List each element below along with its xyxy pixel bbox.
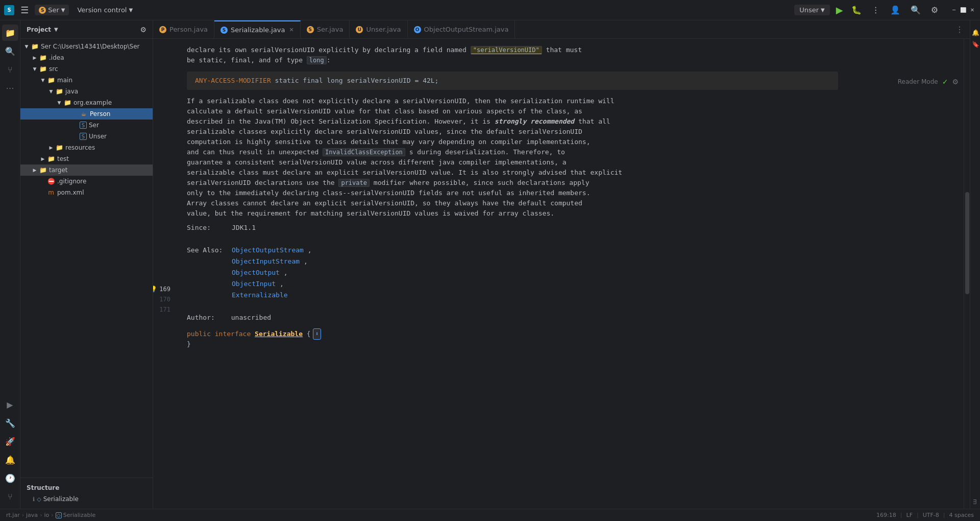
hamburger-icon[interactable]: ☰ [18,3,31,17]
pom-arrow [39,188,47,197]
see-also-links: ObjectOutputStream , ObjectInputStream ,… [232,245,312,300]
sidebar-icon-search[interactable]: 🔍 [2,43,18,59]
bc-rtjar[interactable]: rt.jar [6,512,20,518]
structure-header[interactable]: Structure [20,482,153,493]
restore-button[interactable]: ⬜ [960,7,967,14]
bookmarks-icon[interactable]: 🔖 [972,40,979,48]
tree-src[interactable]: ▼ 📁 src [20,63,153,75]
status-encoding[interactable]: UTF-8 [923,512,939,518]
tree-main[interactable]: ▼ 📁 main [20,75,153,86]
structure-section: Structure ℹ ◇ Serializable [20,478,153,509]
structure-serializable[interactable]: ℹ ◇ Serializable [20,493,153,505]
tree-java[interactable]: ▼ 📁 java [20,86,153,97]
tree-resources[interactable]: ▶ 📁 resources [20,142,153,153]
long-inline: long [307,56,327,64]
target-folder-icon: 📁 [39,166,47,174]
tree-target[interactable]: ▶ 📁 target [20,164,153,176]
org-arrow: ▼ [55,99,63,107]
sidebar-icon-tools[interactable]: 🔧 [2,415,18,431]
objectoutput-link[interactable]: ObjectOutput [232,269,280,276]
serializable-tab-close[interactable]: ✕ [289,27,293,33]
space2 [251,329,255,339]
sidebar-icon-folder[interactable]: 📁 [2,25,18,41]
tree-test[interactable]: ▶ 📁 test [20,153,153,164]
bc-serializable[interactable]: ◇ Serializable [56,512,96,518]
idea-arrow: ▶ [31,54,39,62]
invalidclassexception-inline: InvalidClassException [323,148,405,156]
debug-icon[interactable]: 🐛 [849,3,864,17]
src-label: src [49,65,58,73]
close-button[interactable]: ✕ [969,7,976,14]
minimize-button[interactable]: ─ [950,7,958,14]
sidebar-icon-branches[interactable]: ⑂ [2,488,18,505]
space3 [303,329,307,339]
code-editor[interactable]: declare its own serialVersionUID explici… [179,39,964,509]
sidebar-icon-run[interactable]: ▶ [2,396,18,413]
see-also-link1: ObjectOutputStream , [232,245,312,255]
profile-icon[interactable]: 👤 [888,3,902,17]
scrollbar-thumb[interactable] [965,192,969,294]
project-badge[interactable]: S Ser ▼ [35,5,69,15]
sidebar-icon-deploy[interactable]: 🚀 [2,433,18,449]
externalizable-link[interactable]: Externalizable [232,291,288,299]
line-ending-value: LF [906,512,913,518]
outputstream-tab-label: ObjectOutputStream.java [424,26,509,33]
tree-idea[interactable]: ▶ 📁 .idea [20,52,153,63]
objectinput-link[interactable]: ObjectInput [232,280,276,288]
run-button[interactable]: ▶ [836,5,843,15]
settings-icon[interactable]: ⚙ [929,3,940,17]
more-vert-icon[interactable]: ⋮ [870,3,882,17]
tab-unser[interactable]: U Unser.java [350,20,407,39]
target-arrow: ▶ [31,166,39,174]
sidebar-icon-history[interactable]: 🕐 [2,470,18,486]
resources-label: resources [65,144,95,151]
tree-root[interactable]: ▼ 📁 Ser C:\Users\14341\Desktop\Ser [20,41,153,52]
bc-serializable-icon: ◇ [56,512,62,518]
editor-area: P Person.java S Serializable.java ✕ S Se… [153,20,970,509]
panel-more-icon[interactable]: ⚙ [140,26,146,34]
tabs-overflow[interactable]: ⋮ [949,25,970,34]
unser-java-icon: S [80,133,87,140]
sidebar-icon-notifications[interactable]: 🔔 [2,452,18,468]
status-indent[interactable]: 4 spaces [949,512,974,518]
gutter-line-171: 171 [157,304,175,315]
author-label: Author: [187,313,215,323]
objectoutputstream-link[interactable]: ObjectOutputStream [232,246,304,254]
reader-mode-settings-icon[interactable]: ⚙ [952,78,959,86]
notifications-icon[interactable]: 🔔 [972,25,979,36]
tab-outputstream[interactable]: O ObjectOutputStream.java [408,20,516,39]
tree-gitignore[interactable]: ⛔ .gitignore [20,176,153,187]
tree-person[interactable]: ☕ Person [20,108,153,120]
tab-serializable[interactable]: S Serializable.java ✕ [214,20,301,39]
status-line-ending[interactable]: LF [906,512,913,518]
sidebar-icon-git[interactable]: ⑂ [2,61,18,78]
scrollbar-track[interactable] [964,39,970,509]
test-arrow: ▶ [39,155,47,163]
status-position[interactable]: 169:18 [876,512,896,518]
bc-sep2: › [40,512,42,518]
tree-ser[interactable]: S Ser [20,120,153,131]
org-folder-icon: 📁 [63,99,71,107]
space1 [211,329,215,339]
person-tab-icon: P [159,26,166,33]
objectinputstream-link[interactable]: ObjectInputStream [232,257,300,265]
serializable-info-icon: ℹ [33,496,35,503]
search-icon[interactable]: 🔍 [909,3,923,17]
run-config-badge[interactable]: Unser ▼ [794,5,830,15]
tab-ser[interactable]: S Ser.java [301,20,350,39]
tree-pom[interactable]: m pom.xml [20,187,153,198]
status-sep2: | [917,512,919,518]
sidebar-icon-more[interactable]: ⋯ [2,80,18,96]
tab-person[interactable]: P Person.java [153,20,214,39]
see-also-link2: ObjectInputStream , [232,256,312,267]
structure-label: Structure [27,484,59,491]
doc-text-1b: that must [542,46,582,54]
bc-java[interactable]: java [26,512,38,518]
serializable-interface-icon: ◇ [37,496,41,503]
editor-wrapper: Reader Mode ✓ ⚙ 💡169 170 171 [153,39,970,509]
breadcrumb: rt.jar › java › io › ◇ Serializable [6,512,872,518]
version-control[interactable]: Version control ▼ [73,5,137,15]
tree-unser[interactable]: S Unser [20,131,153,142]
bc-io[interactable]: io [44,512,50,518]
tree-orgexample[interactable]: ▼ 📁 org.example [20,97,153,108]
